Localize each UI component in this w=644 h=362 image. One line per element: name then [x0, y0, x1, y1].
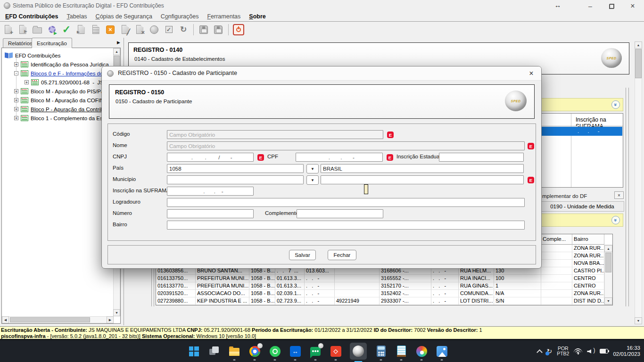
dialog-close-button[interactable]: ×: [525, 68, 537, 79]
menu-tabelas[interactable]: Tabelas: [63, 13, 91, 20]
volume-icon[interactable]: ): [587, 348, 595, 354]
minimize-button[interactable]: –: [580, 0, 601, 12]
tree-item-identificacao[interactable]: +Identificação da Pessoa Jurídica: [14, 60, 109, 68]
sped-app-button[interactable]: [350, 343, 367, 360]
section-header-bar[interactable]: »: [540, 98, 623, 111]
inscricao-estadual-field[interactable]: [439, 153, 524, 162]
df-tab-label[interactable]: mplementar do DF: [542, 193, 587, 199]
photos-button[interactable]: [436, 345, 448, 357]
municipio-name-field[interactable]: [321, 175, 524, 184]
validate-escrituracao-button[interactable]: ✓: [60, 23, 73, 36]
expand-icon[interactable]: +: [25, 80, 29, 84]
codigo-field[interactable]: [167, 130, 383, 139]
table-row[interactable]: 016133750...PREFEITURA MUNI...1058 - B..…: [156, 275, 612, 282]
menu-efd-contribuicoes[interactable]: EFD Contribuições: [1, 13, 63, 20]
expand-icon[interactable]: +: [14, 62, 18, 66]
tree-item-bloco-p[interactable]: +Bloco P - Apuração da Contribuiç: [14, 105, 110, 113]
language-indicator[interactable]: PORPTB2: [557, 346, 569, 356]
tree-item-bloco-m-cofins[interactable]: +Bloco M - Apuração da COFINS d: [14, 96, 112, 104]
expand-icon[interactable]: +: [14, 116, 18, 120]
selected-row[interactable]: . . -: [541, 127, 622, 136]
column-header-bairro[interactable]: Bairro: [572, 234, 604, 245]
grid-vscroll-thumb[interactable]: [605, 253, 611, 272]
splitter-arrow-icon[interactable]: ▶: [117, 40, 120, 45]
salvar-button[interactable]: Salvar: [289, 250, 316, 260]
teamviewer-button[interactable]: ↔: [289, 345, 301, 357]
suframa-field[interactable]: [167, 187, 254, 196]
edit-register-button[interactable]: ╱: [118, 23, 132, 36]
scroll-up-icon[interactable]: ▲: [635, 41, 642, 49]
chat-button[interactable]: [309, 345, 322, 357]
scroll-right-icon[interactable]: ▶: [107, 316, 114, 323]
import-escrituracao-button[interactable]: ►: [74, 23, 88, 36]
web-button[interactable]: [148, 23, 161, 36]
restore-button[interactable]: ↻: [177, 23, 190, 36]
pais-code-field[interactable]: [167, 164, 304, 173]
tree-item-cnpj-child[interactable]: +05.271.920/0001-68 - JS MA: [25, 78, 113, 86]
complemento-field[interactable]: [297, 209, 383, 218]
save-button[interactable]: [197, 23, 210, 36]
edit-notes-button[interactable]: [89, 23, 102, 36]
task-view-button[interactable]: [208, 345, 220, 357]
numero-field[interactable]: [167, 209, 254, 218]
table-row[interactable]: 020391520...ASSOCIACAO DO...1058 - B...0…: [156, 290, 612, 297]
pais-dropdown-button[interactable]: ▼: [306, 164, 319, 173]
scroll-down-icon[interactable]: ▼: [635, 317, 642, 324]
start-button[interactable]: [188, 345, 200, 357]
tree-item-bloco-m-pis[interactable]: +Bloco M - Apuração do PIS/Pasep: [14, 87, 113, 95]
tree-item-bloco-1[interactable]: +Bloco 1 - Complemento da Escritu: [14, 114, 113, 122]
clock[interactable]: 16:3302/01/2023: [613, 345, 640, 358]
tab-escrituracao[interactable]: Escrituração: [32, 38, 72, 48]
paint-button[interactable]: [415, 345, 428, 357]
whatsapp-button[interactable]: [269, 345, 281, 357]
new-escrituracao-button[interactable]: +: [1, 23, 15, 36]
cnpj-field[interactable]: [167, 153, 254, 162]
maximize-button[interactable]: [601, 0, 622, 12]
table-row[interactable]: 016133770...PREFEITURA MUNI...1058 - B..…: [156, 282, 612, 290]
delete-register-button[interactable]: ×: [133, 23, 146, 36]
collapse-chevron-icon[interactable]: »: [611, 100, 620, 109]
scroll-up-icon[interactable]: ▲: [604, 245, 612, 252]
menu-sobre[interactable]: Sobre: [245, 13, 270, 20]
window-vscrollbar[interactable]: [635, 41, 642, 324]
exit-button[interactable]: [232, 23, 245, 36]
open-escrituracao-button[interactable]: ►: [16, 23, 29, 36]
expand-icon[interactable]: +: [14, 89, 18, 93]
menu-ferramentas[interactable]: Ferramentas: [203, 13, 245, 20]
remote-app-button[interactable]: ◇: [330, 345, 342, 357]
wifi-icon[interactable]: [574, 348, 582, 354]
scroll-down-icon[interactable]: ▼: [113, 309, 120, 316]
expand-icon[interactable]: +: [14, 107, 18, 111]
df-tab-close-button[interactable]: ×: [614, 191, 624, 199]
municipio-code-field[interactable]: [167, 175, 304, 184]
bairro-field[interactable]: [167, 221, 525, 230]
nome-field[interactable]: [167, 141, 525, 150]
scroll-down-icon[interactable]: ▼: [604, 297, 612, 304]
tree-hscroll-thumb[interactable]: [10, 317, 90, 322]
open-folder-button[interactable]: [31, 23, 44, 36]
municipio-dropdown-button[interactable]: ▼: [306, 175, 319, 185]
scroll-up-icon[interactable]: ▲: [113, 48, 120, 55]
battery-icon[interactable]: [600, 349, 608, 354]
window-vscroll-thumb[interactable]: [635, 49, 642, 78]
expand-icon[interactable]: +: [14, 98, 18, 102]
section-header-bar[interactable]: »: [540, 214, 623, 227]
menu-copias-de-seguranca[interactable]: Cópias de Segurança: [91, 13, 157, 20]
file-explorer-button[interactable]: [228, 345, 240, 357]
logradouro-field[interactable]: [167, 198, 525, 207]
pais-name-field[interactable]: [321, 164, 524, 173]
tab-0190-unidade-de-medida[interactable]: 0190 - Unidade de Medida: [540, 201, 624, 212]
menu-configuracoes[interactable]: Configurações: [157, 13, 203, 20]
verify-register-button[interactable]: ✓: [162, 23, 175, 36]
collapse-chevron-icon[interactable]: »: [611, 216, 620, 224]
close-button[interactable]: ×: [622, 0, 643, 12]
tree-item-blocos-0-f[interactable]: -Blocos 0 e F - Informações dos E: [14, 69, 111, 77]
process-escrituracao-button[interactable]: ►: [45, 23, 58, 36]
table-row[interactable]: 027239880...KEP INDUSTRIA E ...1058 - B.…: [156, 297, 612, 305]
column-header-complemento[interactable]: Comple...: [541, 234, 572, 245]
tree-item-root[interactable]: EFD Contribuições: [5, 51, 61, 59]
chrome-button[interactable]: [248, 345, 261, 357]
calculator-button[interactable]: [375, 345, 387, 357]
close-escrituracao-button[interactable]: ×: [104, 23, 117, 36]
fechar-button[interactable]: Fechar: [328, 250, 356, 260]
